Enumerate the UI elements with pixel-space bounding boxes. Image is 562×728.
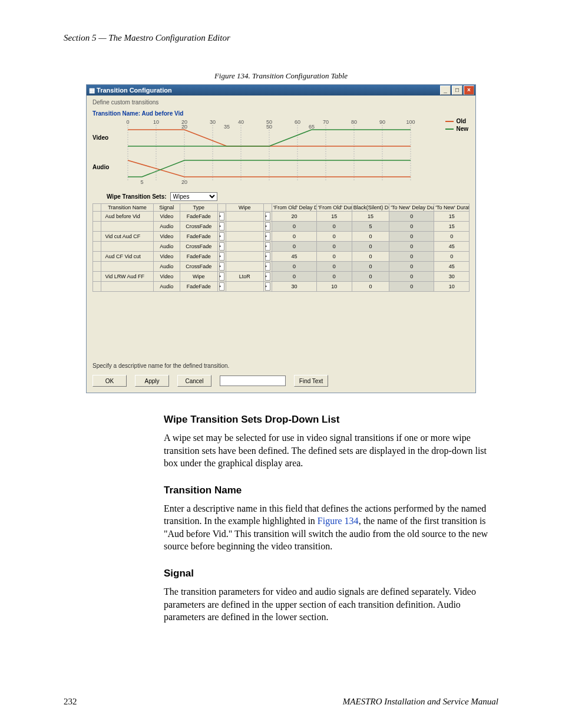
audio-axis-label: Audio (92, 164, 109, 170)
cell-select[interactable]: ▾ (265, 262, 270, 271)
hint-text: Define custom transitions (92, 99, 470, 106)
table-row[interactable]: Vid LRW Aud FFVideoWipe▾LtoR▾000030 (93, 272, 470, 282)
heading-signal: Signal (164, 567, 498, 581)
cell-select[interactable]: ▾ (265, 222, 270, 230)
svg-text:10: 10 (153, 119, 159, 125)
svg-text:35: 35 (224, 124, 230, 130)
cell-select[interactable]: ▾ (219, 222, 224, 230)
table-row[interactable]: Aud CF Vid cutVideoFadeFade▾▾450000 (93, 252, 470, 262)
page-number: 232 (64, 697, 77, 707)
column-header: 'From Old' Duration (317, 204, 352, 212)
column-header: Black(Silent) Duration (352, 204, 389, 212)
cell-select[interactable]: ▾ (265, 282, 270, 291)
figure-caption: Figure 134. Transition Configuration Tab… (64, 71, 498, 81)
svg-text:5: 5 (140, 179, 143, 185)
svg-text:60: 60 (295, 119, 300, 125)
svg-text:90: 90 (379, 119, 385, 125)
cell-select[interactable]: ▾ (219, 242, 224, 251)
wipe-sets-label: Wipe Transition Sets: (107, 193, 167, 200)
column-header: 'To New' Duration (434, 204, 470, 212)
legend-new-swatch (445, 129, 454, 130)
svg-text:40: 40 (238, 119, 244, 125)
maximize-icon[interactable]: □ (452, 85, 462, 95)
column-header: 'To New' Delay Duration (389, 204, 434, 212)
heading-transition-name: Transition Name (164, 484, 498, 498)
column-header: Signal (153, 204, 180, 212)
svg-text:0: 0 (126, 119, 129, 125)
cell-select[interactable]: ▾ (219, 212, 224, 220)
svg-text:100: 100 (406, 119, 415, 125)
svg-text:70: 70 (323, 119, 329, 125)
cell-select[interactable]: ▾ (265, 232, 270, 241)
column-header: Transition Name (101, 204, 153, 212)
table-row[interactable]: AudioFadeFade▾▾30100010 (93, 282, 470, 292)
legend-old-label: Old (456, 118, 466, 124)
app-icon: ▦ (89, 87, 95, 94)
heading-wipe-sets: Wipe Transition Sets Drop-Down List (164, 413, 498, 427)
table-row[interactable]: Vid cut Aud CFVideoFadeFade▾▾00000 (93, 232, 470, 242)
column-header: 'From Old' Delay Duration (272, 204, 317, 212)
transition-table: Transition NameSignalTypeWipe'From Old' … (92, 203, 470, 292)
column-header (93, 204, 101, 212)
apply-button[interactable]: Apply (135, 375, 169, 387)
running-header: Section 5 — The Maestro Configuration Ed… (64, 33, 498, 43)
window-titlebar[interactable]: ▦ Transition Configuration _ □ × (87, 85, 475, 95)
chart-legend: Old New (445, 118, 468, 133)
cell-select[interactable]: ▾ (219, 282, 224, 291)
figure-134-link[interactable]: Figure 134 (318, 516, 359, 526)
para-wipe-sets: A wipe set may be selected for use in vi… (164, 431, 498, 470)
find-text-button[interactable]: Find Text (294, 375, 328, 387)
ok-button[interactable]: OK (92, 375, 127, 387)
find-text-input[interactable] (220, 375, 286, 386)
transition-config-window: ▦ Transition Configuration _ □ × Define … (86, 84, 476, 393)
svg-text:50: 50 (266, 124, 272, 130)
para-signal: The transition parameters for video and … (164, 585, 498, 624)
cell-select[interactable]: ▾ (265, 212, 270, 220)
minimize-icon[interactable]: _ (440, 85, 451, 95)
cancel-button[interactable]: Cancel (177, 375, 211, 387)
table-row[interactable]: AudioCrossFade▾▾005015 (93, 222, 470, 232)
cell-select[interactable]: ▾ (265, 242, 270, 251)
para-transition-name: Enter a descriptive name in this field t… (164, 502, 498, 553)
svg-text:80: 80 (351, 119, 357, 125)
table-row[interactable]: AudioCrossFade▾▾000045 (93, 262, 470, 272)
svg-text:20: 20 (181, 124, 187, 130)
manual-title: MAESTRO Installation and Service Manual (343, 697, 498, 707)
svg-text:65: 65 (309, 124, 315, 130)
cell-select[interactable]: ▾ (265, 252, 270, 261)
window-title: Transition Configuration (97, 87, 172, 94)
status-text: Specify a descriptive name for the defin… (92, 363, 470, 369)
close-icon[interactable]: × (464, 85, 474, 95)
table-row[interactable]: Aud before VidVideoFadeFade▾▾201515015 (93, 212, 470, 222)
transition-name-label: Transition Name: Aud before Vid (92, 110, 470, 117)
legend-new-label: New (456, 126, 468, 132)
legend-old-swatch (445, 121, 454, 122)
table-row[interactable]: AudioCrossFade▾▾000045 (93, 242, 470, 252)
cell-select[interactable]: ▾ (219, 272, 224, 281)
cell-select[interactable]: ▾ (219, 232, 224, 241)
column-header (263, 204, 272, 212)
svg-text:30: 30 (210, 119, 216, 125)
cell-select[interactable]: ▾ (219, 252, 224, 261)
svg-text:20: 20 (181, 179, 187, 185)
cell-select[interactable]: ▾ (219, 262, 224, 271)
video-axis-label: Video (92, 134, 108, 141)
cell-select[interactable]: ▾ (265, 272, 270, 281)
wipe-sets-select[interactable]: Wipes (170, 192, 217, 201)
column-header: Wipe (226, 204, 263, 212)
column-header (217, 204, 226, 212)
column-header: Type (180, 204, 217, 212)
transition-chart: 0102030405060708090100 20355065520 Video… (92, 118, 470, 189)
